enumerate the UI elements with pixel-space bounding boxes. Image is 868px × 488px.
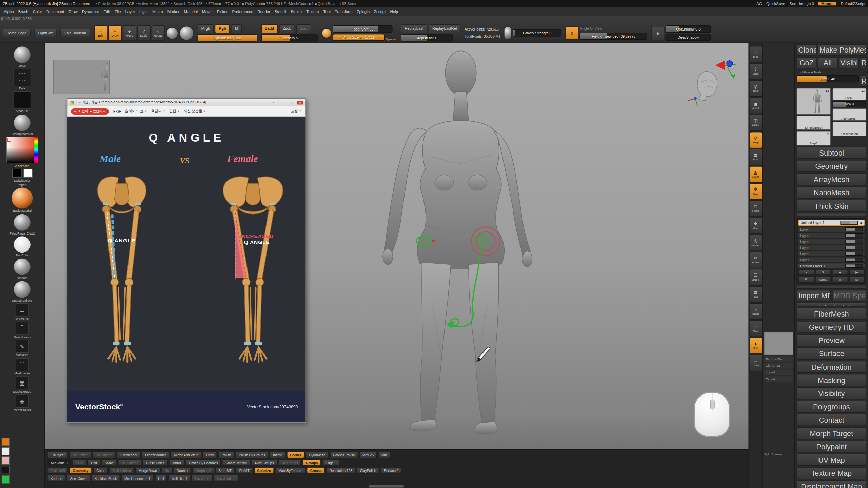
- viewer-minimize-button[interactable]: −: [279, 101, 286, 104]
- menu-item[interactable]: Draw: [66, 9, 80, 14]
- tray-button[interactable]: Max 25: [359, 451, 377, 458]
- menu-item[interactable]: Render: [255, 9, 273, 14]
- tool-section-button[interactable]: Displacement Map: [796, 480, 866, 488]
- tray-button[interactable]: Color: [93, 467, 108, 474]
- layer-row[interactable]: Layer: [798, 257, 865, 262]
- layer-eye-icon[interactable]: ◉: [860, 221, 863, 224]
- tray-tool[interactable]: Alpha Off: [13, 91, 31, 113]
- tray-tool[interactable]: Dots: [13, 68, 31, 90]
- tray-button[interactable]: ProjectAll: [47, 467, 68, 474]
- right-shelf-button[interactable]: ◇ Persp: [749, 132, 762, 148]
- tray-button[interactable]: Uv: [161, 467, 172, 474]
- bake-all-button[interactable]: Bake All: [796, 285, 866, 289]
- tray-button[interactable]: Groups Polish: [330, 451, 358, 458]
- layer-slider[interactable]: [845, 240, 863, 243]
- menu-item[interactable]: Layer: [123, 9, 137, 14]
- tray-button[interactable]: Close Holes: [143, 459, 168, 466]
- tool-section-button[interactable]: Contact: [796, 414, 866, 426]
- rotate-button[interactable]: ↻Rotate: [152, 25, 165, 41]
- menu-item[interactable]: Texture: [304, 9, 321, 14]
- tool-section-button[interactable]: Deformation: [796, 361, 866, 373]
- tray-button[interactable]: FillObject: [47, 451, 68, 458]
- tray-button[interactable]: Border: [287, 451, 305, 458]
- gravity-strength-slider[interactable]: Gravity Strength 0: [513, 29, 561, 37]
- switch-color-button[interactable]: SwitchColor: [14, 179, 31, 182]
- tool-section-button[interactable]: Preview: [796, 334, 866, 346]
- selected-layer[interactable]: Untitled Layer 1 ◉: [798, 220, 865, 226]
- tray-button[interactable]: AccuCurve: [66, 475, 90, 482]
- document-canvas[interactable]: 0 - 비율, 리듬 > female-and-male-skeleton-di…: [45, 43, 748, 449]
- import-mdd-button[interactable]: Import MDD: [796, 290, 831, 302]
- main-color-swatch[interactable]: [12, 169, 21, 178]
- tool-section-button[interactable]: Polypaint: [796, 441, 866, 453]
- tray-tool[interactable]: SelectLasso: [14, 322, 31, 339]
- simplebrush-thumbnail[interactable]: SimpleBrush: [796, 116, 830, 130]
- layer-slider[interactable]: [845, 252, 863, 256]
- right-shelf-button[interactable]: ◫ AAHalf: [749, 115, 762, 131]
- texture-export-button[interactable]: Export: [764, 376, 793, 382]
- layer-arrow-button[interactable]: ▼: [815, 269, 831, 275]
- layer-slider[interactable]: [845, 264, 863, 268]
- tool-section-button[interactable]: Visibility: [796, 387, 866, 400]
- make-polymesh3d-button[interactable]: Make PolyMesh3D: [817, 44, 866, 56]
- layer-row[interactable]: Layer: [798, 233, 865, 238]
- move-button[interactable]: ✥Move: [123, 25, 136, 41]
- menus-toggle[interactable]: Menus: [818, 2, 836, 5]
- deep-shadow-slider[interactable]: DeepShadow: [666, 34, 711, 41]
- right-shelf-button[interactable]: ⇔ Xpose: [749, 355, 762, 371]
- layer-row[interactable]: Layer: [798, 245, 865, 250]
- spix-slider[interactable]: SPix 3: [832, 101, 866, 107]
- viewer-pin-button[interactable]: ◦: [270, 101, 277, 104]
- tool-section-button[interactable]: Masking: [796, 374, 866, 386]
- material-sphere-icon[interactable]: [179, 26, 193, 40]
- rgb-toggle[interactable]: Rgb: [215, 24, 230, 33]
- secondary-color-swatch[interactable]: [23, 169, 33, 178]
- tray-button[interactable]: MaskByFeature: [275, 467, 305, 474]
- tray-button[interactable]: Geometry: [69, 467, 92, 474]
- menu-item[interactable]: Stencil: [272, 9, 288, 14]
- right-shelf-button[interactable]: ▣ Actual: [749, 97, 762, 114]
- home-page-button[interactable]: Home Page: [3, 28, 30, 37]
- tool-section-button[interactable]: ArrayMesh: [796, 173, 866, 185]
- lightbox-button[interactable]: LightBox: [34, 28, 57, 37]
- m-toggle[interactable]: M: [231, 24, 242, 33]
- menu-item[interactable]: Tool: [321, 9, 333, 14]
- tray-button[interactable]: Min Connected 1: [121, 475, 154, 482]
- slideshow-menu[interactable]: 슬라이드 쇼▼: [125, 109, 147, 114]
- tray-tool[interactable]: FabioPaiva_Clay2: [9, 214, 35, 235]
- tool-section-button[interactable]: Subtool: [796, 147, 866, 159]
- tray-button[interactable]: MergeDown: [135, 467, 160, 474]
- rgb-intensity-slider[interactable]: Rgb Intensity 100: [197, 34, 257, 41]
- color-picker[interactable]: [6, 137, 38, 163]
- focal-shift-slider[interactable]: Focal Shift 53: [333, 25, 392, 32]
- tray-tool[interactable]: SelectRect: [15, 303, 29, 321]
- obj-shadow-slider[interactable]: ObjShadow 0.3: [666, 25, 711, 32]
- menu-item[interactable]: Alpha: [2, 9, 16, 14]
- menu-item[interactable]: Dynamics: [80, 9, 101, 14]
- goz-r-button[interactable]: R: [860, 57, 867, 68]
- tray-button[interactable]: Morph UV: [192, 467, 214, 474]
- tool-section-button[interactable]: UV Map: [796, 454, 866, 466]
- menu-item[interactable]: Help: [388, 9, 400, 14]
- tool-section-button[interactable]: Texture Map: [796, 467, 866, 479]
- layer-row[interactable]: Layer: [798, 227, 865, 232]
- tray-button[interactable]: Del Lower: [69, 451, 91, 458]
- step1-thumbnail[interactable]: 2 Step1: [796, 131, 830, 145]
- clone-button[interactable]: Clone: [796, 44, 816, 56]
- tray-tool[interactable]: MeshProject: [14, 394, 31, 412]
- menu-item[interactable]: Preferences: [230, 9, 255, 14]
- tray-button[interactable]: SDiv: [73, 459, 86, 466]
- goz-visible-button[interactable]: Visible: [839, 57, 859, 68]
- texture-preview[interactable]: [764, 332, 793, 355]
- menu-item[interactable]: Color: [31, 9, 44, 14]
- tray-button[interactable]: Resolution 128: [326, 467, 356, 474]
- tray-button[interactable]: Double: [173, 467, 191, 474]
- step2-r-button[interactable]: R: [860, 75, 867, 87]
- alternate-toggle[interactable]: Alternate: [15, 164, 29, 168]
- clone-txt-button[interactable]: Clone Txt: [764, 363, 793, 368]
- right-shelf-button[interactable]: ◔ BPR: [749, 46, 762, 63]
- tray-button[interactable]: Crease: [307, 467, 325, 474]
- right-shelf-button[interactable]: ◑ Transp: [749, 303, 762, 320]
- current-layer-row[interactable]: Untitled Layer 1: [798, 263, 865, 268]
- adjust-last-slider[interactable]: AdjustLast 1: [401, 34, 453, 41]
